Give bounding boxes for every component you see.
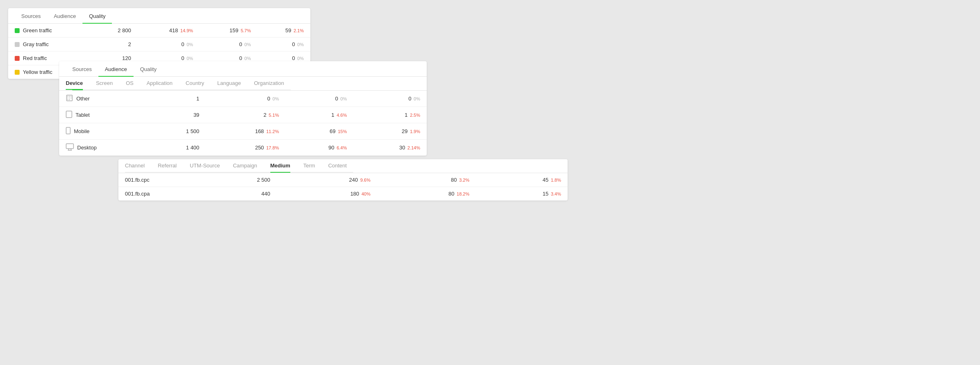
svg-point-2: [69, 96, 70, 97]
other-device-icon: [66, 94, 73, 103]
tab-quality-1[interactable]: Quality: [82, 8, 112, 23]
svg-point-7: [67, 99, 68, 100]
table-row: Mobile 1 500 168 11.2% 69 15% 29 1.9%: [59, 123, 427, 140]
panel-audience: Sources Audience Quality Device Screen O…: [59, 61, 427, 156]
subtab-referral[interactable]: Referral: [151, 159, 183, 172]
source-row-cpc: 001.fb.cpc: [118, 173, 200, 187]
device-subtabs: Device Screen OS Application Country Lan…: [59, 77, 427, 91]
tab-quality-2[interactable]: Quality: [134, 61, 163, 76]
panel2-tabs: Sources Audience Quality: [59, 61, 427, 77]
source-row-cpa: 001.fb.cpa: [118, 187, 200, 201]
traffic-label-green: Green traffic: [8, 24, 94, 38]
source-table: 001.fb.cpc 2 500 240 9.6% 80 3.2% 45 1.8…: [118, 173, 568, 200]
panel-sources: Channel Referral UTM-Source Campaign Med…: [118, 159, 568, 200]
subtab-campaign[interactable]: Campaign: [226, 159, 263, 172]
table-row: 001.fb.cpa 440 180 40% 80 18.2% 15 3.4%: [118, 187, 568, 201]
subtab-device[interactable]: Device: [66, 77, 89, 90]
subtab-content[interactable]: Content: [322, 159, 354, 172]
traffic-label-gray: Gray traffic: [8, 38, 94, 51]
tab-sources-1[interactable]: Sources: [15, 8, 47, 23]
tab-sources-2[interactable]: Sources: [66, 61, 98, 76]
table-row: 001.fb.cpc 2 500 240 9.6% 80 3.2% 45 1.8…: [118, 173, 568, 187]
svg-point-1: [67, 96, 68, 97]
subtab-screen[interactable]: Screen: [89, 77, 119, 90]
subtab-os[interactable]: OS: [119, 77, 140, 90]
device-table: Other 1 0 0% 0 0% 0 0%: [59, 91, 427, 156]
subtab-country[interactable]: Country: [179, 77, 211, 90]
green-val2: 418 14.9%: [138, 24, 200, 38]
svg-point-3: [71, 96, 71, 97]
dot-green: [15, 28, 20, 33]
table-row: Tablet 39 2 5.1% 1 4.6% 1 2.5%: [59, 107, 427, 123]
green-val3: 159 5.7%: [200, 24, 258, 38]
subtab-organization[interactable]: Organization: [247, 77, 291, 90]
table-row: Green traffic 2 800 418 14.9% 159 5.7% 5…: [8, 24, 310, 38]
table-row: Gray traffic 2 0 0% 0 0% 0 0%: [8, 38, 310, 51]
device-desktop: Desktop: [59, 140, 149, 156]
panel1-tabs: Sources Audience Quality: [8, 8, 310, 24]
dot-gray: [15, 42, 20, 47]
tab-audience-2[interactable]: Audience: [98, 61, 134, 76]
device-tablet: Tablet: [59, 107, 149, 123]
green-val4: 59 2.1%: [257, 24, 310, 38]
subtab-channel[interactable]: Channel: [125, 159, 151, 172]
dot-yellow: [15, 70, 20, 75]
svg-point-6: [71, 98, 71, 98]
tablet-icon: [66, 111, 72, 119]
svg-rect-11: [66, 144, 74, 149]
subtab-utmsource[interactable]: UTM-Source: [183, 159, 227, 172]
desktop-icon: [66, 143, 74, 152]
dot-red: [15, 56, 20, 61]
svg-point-8: [69, 99, 70, 100]
green-val1: 2 800: [94, 24, 138, 38]
mobile-icon: [66, 127, 71, 136]
subtab-medium[interactable]: Medium: [264, 159, 297, 172]
device-mobile: Mobile: [59, 123, 149, 140]
svg-rect-9: [66, 111, 72, 118]
svg-point-4: [67, 98, 68, 98]
table-row: Desktop 1 400 250 17.8% 90 6.4% 30 2.14%: [59, 140, 427, 156]
table-row: Other 1 0 0% 0 0% 0 0%: [59, 91, 427, 107]
device-other: Other: [59, 91, 149, 107]
source-subtabs: Channel Referral UTM-Source Campaign Med…: [118, 159, 568, 173]
subtab-application[interactable]: Application: [140, 77, 179, 90]
svg-rect-10: [66, 127, 70, 134]
svg-point-5: [69, 98, 70, 98]
subtab-term[interactable]: Term: [297, 159, 322, 172]
subtab-language[interactable]: Language: [211, 77, 247, 90]
tab-audience-1[interactable]: Audience: [47, 8, 82, 23]
